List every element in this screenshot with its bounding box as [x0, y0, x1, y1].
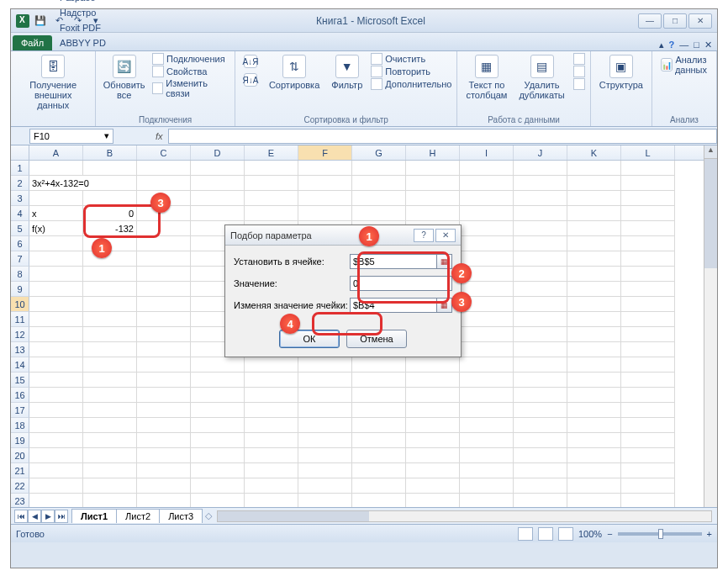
zoom-in-button[interactable]: + — [707, 529, 712, 539]
changing-cell-input[interactable]: $B$4 — [350, 298, 437, 313]
sheet-tab-Лист2[interactable]: Лист2 — [116, 509, 160, 523]
cell-D18[interactable] — [191, 418, 245, 433]
dialog-help-button[interactable]: ? — [414, 229, 434, 242]
cell-F22[interactable] — [298, 478, 352, 494]
sheet-nav-last[interactable]: ⏭ — [55, 510, 68, 523]
cell-H19[interactable] — [406, 433, 460, 448]
cell-L9[interactable] — [621, 282, 675, 297]
cell-J8[interactable] — [514, 267, 567, 282]
cell-K3[interactable] — [567, 191, 621, 206]
cell-A23[interactable] — [29, 494, 83, 507]
cell-A15[interactable] — [29, 373, 83, 388]
col-header-H[interactable]: H — [406, 145, 460, 160]
close-button[interactable]: ✕ — [688, 13, 712, 29]
cell-L3[interactable] — [621, 191, 675, 206]
cell-K23[interactable] — [567, 494, 621, 507]
cell-C21[interactable] — [137, 463, 191, 478]
tab-надстро[interactable]: Надстро — [54, 5, 112, 20]
cell-K14[interactable] — [567, 357, 621, 373]
set-cell-refpicker[interactable]: ▦ — [437, 254, 452, 269]
cell-D3[interactable] — [191, 191, 245, 206]
col-header-A[interactable]: A — [29, 145, 83, 160]
cell-L1[interactable] — [621, 161, 675, 176]
cell-C4[interactable] — [137, 206, 191, 221]
cell-G21[interactable] — [352, 463, 406, 478]
maximize-button[interactable]: □ — [663, 13, 687, 29]
cell-J7[interactable] — [514, 251, 567, 267]
cell-E4[interactable] — [245, 206, 298, 221]
cell-J17[interactable] — [514, 403, 567, 418]
cell-C20[interactable] — [137, 448, 191, 463]
row-header-1[interactable]: 1 — [11, 161, 29, 176]
refresh-all-button[interactable]: 🔄Обновить все — [101, 53, 147, 102]
cell-L2[interactable] — [621, 176, 675, 191]
sheet-tab-Лист3[interactable]: Лист3 — [159, 509, 203, 523]
row-header-11[interactable]: 11 — [11, 312, 29, 327]
sort-button[interactable]: ⇅Сортировка — [266, 53, 323, 92]
qat-save-button[interactable]: 💾 — [33, 13, 48, 29]
cell-H17[interactable] — [406, 403, 460, 418]
row-header-9[interactable]: 9 — [11, 282, 29, 297]
col-header-I[interactable]: I — [460, 145, 514, 160]
cell-A14[interactable] — [29, 357, 83, 373]
cell-J2[interactable] — [514, 176, 567, 191]
cell-B4[interactable]: 0 — [83, 206, 137, 221]
row-header-6[interactable]: 6 — [11, 236, 29, 251]
cell-L11[interactable] — [621, 312, 675, 327]
cell-J6[interactable] — [514, 236, 567, 251]
cell-B11[interactable] — [83, 312, 137, 327]
cell-E3[interactable] — [245, 191, 298, 206]
cell-E17[interactable] — [245, 403, 298, 418]
row-header-2[interactable]: 2 — [11, 176, 29, 191]
remove-duplicates-button[interactable]: ▤Удалить дубликаты — [515, 53, 567, 102]
cell-G16[interactable] — [352, 388, 406, 403]
cell-F19[interactable] — [298, 433, 352, 448]
col-header-L[interactable]: L — [621, 145, 675, 160]
data-analysis-button[interactable]: 📊Анализ данных — [657, 53, 711, 77]
ok-button[interactable]: ОК — [279, 330, 340, 348]
cell-L10[interactable] — [621, 297, 675, 312]
cell-E22[interactable] — [245, 478, 298, 494]
cell-I7[interactable] — [460, 251, 514, 267]
cell-C2[interactable] — [137, 176, 191, 191]
cell-I11[interactable] — [460, 312, 514, 327]
cell-A20[interactable] — [29, 448, 83, 463]
tab-abbyy pd[interactable]: ABBYY PD — [54, 35, 112, 50]
cell-J5[interactable] — [514, 221, 567, 236]
cell-C12[interactable] — [137, 327, 191, 342]
cell-H16[interactable] — [406, 388, 460, 403]
cell-L17[interactable] — [621, 403, 675, 418]
cell-H23[interactable] — [406, 494, 460, 507]
mdi-restore-icon[interactable]: □ — [694, 40, 699, 50]
col-header-F[interactable]: F — [298, 145, 352, 160]
cell-B21[interactable] — [83, 463, 137, 478]
cell-D20[interactable] — [191, 448, 245, 463]
cell-C23[interactable] — [137, 494, 191, 507]
row-header-23[interactable]: 23 — [11, 494, 29, 507]
cell-I2[interactable] — [460, 176, 514, 191]
outline-button[interactable]: ▣Структура — [596, 53, 646, 92]
cell-I5[interactable] — [460, 221, 514, 236]
cell-I21[interactable] — [460, 463, 514, 478]
data-validation-button[interactable] — [573, 53, 585, 65]
cell-D19[interactable] — [191, 433, 245, 448]
cell-H20[interactable] — [406, 448, 460, 463]
col-header-D[interactable]: D — [191, 145, 245, 160]
cell-L13[interactable] — [621, 342, 675, 357]
cell-K19[interactable] — [567, 433, 621, 448]
cell-A22[interactable] — [29, 478, 83, 494]
cell-C11[interactable] — [137, 312, 191, 327]
cell-B1[interactable] — [83, 161, 137, 176]
cell-A4[interactable]: x — [29, 206, 83, 221]
to-value-input[interactable]: 0 — [350, 276, 452, 291]
filter-button[interactable]: ▼Фильтр — [328, 53, 366, 92]
cell-I17[interactable] — [460, 403, 514, 418]
cell-J10[interactable] — [514, 297, 567, 312]
col-header-J[interactable]: J — [514, 145, 567, 160]
row-header-12[interactable]: 12 — [11, 327, 29, 342]
cell-A19[interactable] — [29, 433, 83, 448]
sheet-tab-Лист1[interactable]: Лист1 — [71, 509, 117, 523]
cell-K9[interactable] — [567, 282, 621, 297]
tab-foxit pdf[interactable]: Foxit PDF — [54, 20, 112, 35]
cell-H22[interactable] — [406, 478, 460, 494]
